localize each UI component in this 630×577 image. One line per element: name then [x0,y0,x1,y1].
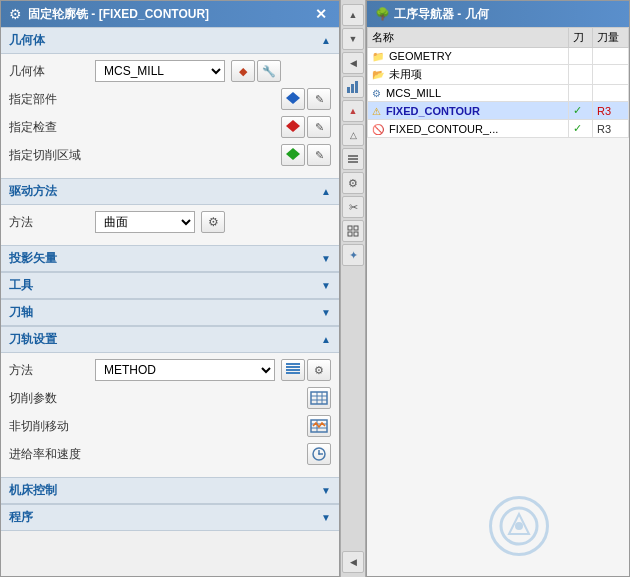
side-btn-star[interactable]: ✦ [342,244,364,266]
specify-check-label: 指定检查 [9,119,275,136]
table-row[interactable]: ⚠ FIXED_CONTOUR ✓ R3 [368,102,629,120]
svg-point-32 [515,522,523,530]
svg-rect-27 [354,226,358,230]
svg-rect-26 [348,226,352,230]
geometry-icon-btn-2[interactable]: 🔧 [257,60,281,82]
row-qty [593,48,629,65]
specify-part-btn-2[interactable]: ✎ [307,88,331,110]
side-btn-triangle[interactable]: ▲ [342,100,364,122]
tool-axis-label: 刀轴 [9,304,33,321]
nav-table: 名称 刀 刀量 📁 GEOMETRY 📂 未用项 [367,27,629,138]
side-btn-down[interactable]: ▼ [342,28,364,50]
toolpath-method-select[interactable]: METHOD [95,359,275,381]
toolpath-section-header[interactable]: 刀轨设置 ▲ [1,326,339,353]
part-select-icon [285,91,301,108]
tool-axis-section-header[interactable]: 刀轴 ▼ [1,299,339,326]
svg-rect-28 [348,232,352,236]
chart-icon [346,80,360,94]
table-row[interactable]: ⚙ MCS_MILL [368,85,629,102]
specify-check-btn-1[interactable] [281,116,305,138]
gear-icon: ⚙ [9,6,22,22]
side-btn-gear[interactable]: ⚙ [342,172,364,194]
svg-rect-5 [286,369,300,371]
grid2-icon [347,225,359,237]
side-btn-scissors[interactable]: ✂ [342,196,364,218]
geometry-label: 几何体 [9,63,89,80]
specify-cut-btn-1[interactable] [281,144,305,166]
geometry-select[interactable]: MCS_MILL [95,60,225,82]
table-row[interactable]: 🚫 FIXED_CONTOUR_... ✓ R3 [368,120,629,138]
drive-method-label: 驱动方法 [9,183,57,200]
geometry-section-header[interactable]: 几何体 ▲ [1,27,339,54]
toolpath-label: 刀轨设置 [9,331,57,348]
tool-section-header[interactable]: 工具 ▼ [1,272,339,299]
side-btn-left[interactable]: ◀ [342,52,364,74]
panel-content: 几何体 ▲ 几何体 MCS_MILL ◆ 🔧 [1,27,339,576]
machine-control-label: 机床控制 [9,482,57,499]
side-btn-chart[interactable] [342,76,364,98]
part-pencil-icon: ✎ [315,93,324,106]
svg-marker-31 [509,514,529,534]
machine-control-header[interactable]: 机床控制 ▼ [1,477,339,504]
right-panel: 🌳 工序导航器 - 几何 名称 刀 刀量 📁 GEOMETRY [366,0,630,577]
specify-part-btn-1[interactable] [281,88,305,110]
row-qty [593,85,629,102]
specify-check-btn-2[interactable]: ✎ [307,116,331,138]
toolpath-method-btn-1[interactable] [281,359,305,381]
side-btn-up[interactable]: ▲ [342,4,364,26]
specify-cut-btn-2[interactable]: ✎ [307,144,331,166]
drive-method-section-header[interactable]: 驱动方法 ▲ [1,178,339,205]
check-mark-2: ✓ [573,122,582,134]
grid-waves-icon [286,363,300,377]
side-btn-arrow-up[interactable]: △ [342,124,364,146]
side-btn-lines[interactable] [342,148,364,170]
svg-rect-29 [354,232,358,236]
side-btn-collapse[interactable]: ◀ [342,551,364,573]
svg-point-30 [501,508,537,544]
non-cut-btn[interactable] [307,415,331,437]
svg-rect-3 [286,363,300,365]
toolpath-method-btn-2[interactable]: ⚙ [307,359,331,381]
nav-title-bar: 🌳 工序导航器 - 几何 [367,1,629,27]
geometry-icon-btn-1[interactable]: ◆ [231,60,255,82]
watermark-circle [489,496,549,556]
drive-method-settings-btn[interactable]: ⚙ [201,211,225,233]
geometry-section-label: 几何体 [9,32,45,49]
table-row[interactable]: 📁 GEOMETRY [368,48,629,65]
projection-section-header[interactable]: 投影矢量 ▼ [1,245,339,272]
feedrate-icon [310,446,328,462]
title-bar-left: ⚙ 固定轮廓铣 - [FIXED_CONTOUR] [9,6,209,23]
title-bar-title: 固定轮廓铣 - [FIXED_CONTOUR] [28,6,209,23]
specify-part-icons: ✎ [281,88,331,110]
specify-check-row: 指定检查 ✎ [9,116,331,138]
specify-cut-label: 指定切削区域 [9,147,275,164]
svg-marker-2 [286,148,300,160]
drive-method-chevron-icon: ▲ [321,186,331,197]
toolpath-section-body: 方法 METHOD [1,353,339,477]
close-button[interactable]: ✕ [311,6,331,22]
geometry-chevron-icon: ▲ [321,35,331,46]
title-bar: ⚙ 固定轮廓铣 - [FIXED_CONTOUR] ✕ [1,1,339,27]
nav-tree-icon: 🌳 [375,7,390,21]
svg-rect-21 [351,84,354,93]
specify-check-icons: ✎ [281,116,331,138]
tool-label: 工具 [9,277,33,294]
table-row[interactable]: 📂 未用项 [368,65,629,85]
side-btn-grid[interactable] [342,220,364,242]
nav-table-header-row: 名称 刀 刀量 [368,28,629,48]
drive-method-select[interactable]: 曲面 [95,211,195,233]
cut-params-btn[interactable] [307,387,331,409]
row-name: 🚫 FIXED_CONTOUR_... [368,120,569,138]
method-wrench-icon: ⚙ [314,364,324,377]
row-tool [569,65,593,85]
col-tool: 刀 [569,28,593,48]
col-qty: 刀量 [593,28,629,48]
wrench-icon: 🔧 [262,65,276,78]
watermark [489,496,549,556]
specify-cut-icons: ✎ [281,144,331,166]
svg-point-19 [318,453,320,455]
cut-params-row: 切削参数 [9,387,331,409]
program-section-header[interactable]: 程序 ▼ [1,504,339,531]
feedrate-btn[interactable] [307,443,331,465]
toolpath-method-icons: ⚙ [281,359,331,381]
